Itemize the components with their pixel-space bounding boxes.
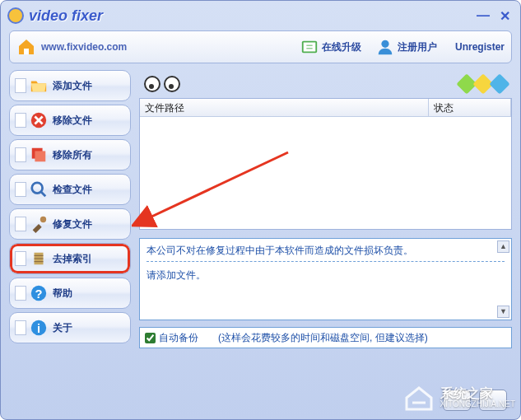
sidebar-item-remove-file[interactable]: 移除文件 (9, 105, 131, 136)
app-title: video fixer (29, 7, 103, 25)
scroll-up-button[interactable]: ▲ (497, 240, 509, 253)
upgrade-label: 在线升级 (322, 40, 361, 54)
svg-rect-0 (24, 49, 29, 54)
doc-icon (15, 251, 26, 266)
watermark-title: 系统之家 (440, 387, 516, 400)
scroll-down-button[interactable]: ▼ (497, 306, 509, 318)
hex-decor (459, 77, 507, 91)
decor-row (139, 70, 512, 98)
doc-icon (15, 320, 26, 335)
doc-icon (15, 147, 26, 162)
titlebar: video fixer — ✕ (1, 1, 520, 30)
auto-backup-label: 自动备份 (159, 331, 198, 345)
sidebar-item-repair-file[interactable]: 修复文件 (9, 208, 131, 240)
app-icon (7, 7, 24, 24)
upgrade-button[interactable]: 在线升级 (300, 38, 361, 56)
log-panel: 本公司不对在修复过程中由于本软件而造成的文件损坏负责。 请添加文件。 ▲ ▼ (139, 238, 512, 320)
sidebar-item-remove-all[interactable]: 移除所有 (9, 139, 131, 170)
doc-icon (15, 286, 26, 301)
svg-rect-2 (304, 43, 316, 52)
register-label: 注册用户 (398, 40, 437, 54)
svg-point-8 (40, 217, 46, 222)
magnify-icon (30, 180, 48, 198)
main-panel: 文件路径 状态 本公司不对在修复过程中由于本软件而造成的文件损坏负责。 请添加文… (139, 70, 512, 399)
info-icon: i (30, 319, 48, 337)
sidebar: 添加文件 移除文件 移除所有 检查 (9, 70, 131, 399)
doc-icon (15, 78, 26, 93)
eyes-icon (144, 76, 180, 92)
clip-icon (30, 250, 48, 268)
sidebar-item-remove-index[interactable]: 去掉索引 (9, 243, 131, 274)
remove-x-icon (30, 111, 48, 129)
backup-row: 自动备份 (这样会花费较多的时间和磁盘空间, 但建议选择) (139, 327, 512, 348)
sidebar-item-label: 修复文件 (53, 217, 92, 231)
sidebar-item-label: 帮助 (53, 287, 72, 301)
sidebar-item-label: 移除所有 (53, 148, 92, 162)
sidebar-item-label: 添加文件 (53, 79, 92, 93)
sidebar-item-add-file[interactable]: 添加文件 (9, 70, 131, 101)
log-prompt: 请添加文件。 (147, 268, 505, 282)
register-button[interactable]: 注册用户 (376, 38, 437, 56)
remove-all-icon (30, 146, 48, 164)
doc-icon (15, 217, 26, 231)
watermark-sub: XITONGZHIJIA.NET (440, 400, 516, 408)
watermark: 系统之家 XITONGZHIJIA.NET (402, 381, 516, 414)
user-icon (376, 38, 394, 56)
table-header: 文件路径 状态 (140, 99, 511, 117)
site-url: www.fixvideo.com (41, 41, 127, 53)
unregister-button[interactable]: Unregister (455, 41, 505, 53)
sidebar-item-label: 检查文件 (53, 183, 92, 197)
help-icon: ? (30, 284, 48, 302)
col-path[interactable]: 文件路径 (140, 99, 429, 116)
sidebar-item-label: 移除文件 (53, 114, 92, 128)
upgrade-icon (300, 38, 319, 56)
log-disclaimer: 本公司不对在修复过程中由于本软件而造成的文件损坏负责。 (147, 244, 505, 262)
minimize-button[interactable]: — (474, 7, 492, 25)
svg-point-7 (32, 183, 43, 194)
close-button[interactable]: ✕ (495, 7, 514, 25)
col-status[interactable]: 状态 (429, 99, 511, 116)
tools-icon (30, 215, 48, 233)
doc-icon (15, 182, 26, 197)
watermark-icon (402, 381, 435, 414)
auto-backup-hint: (这样会花费较多的时间和磁盘空间, 但建议选择) (218, 331, 428, 345)
auto-backup-checkbox[interactable] (145, 333, 156, 343)
svg-point-3 (381, 40, 388, 48)
sidebar-item-help[interactable]: ? 帮助 (9, 278, 131, 309)
table-body[interactable] (140, 117, 511, 229)
sidebar-item-about[interactable]: i 关于 (9, 312, 131, 343)
sidebar-item-label: 去掉索引 (53, 252, 92, 266)
svg-text:i: i (37, 322, 40, 335)
app-window: video fixer — ✕ www.fixvideo.com 在线升级 注册… (0, 0, 521, 420)
sidebar-item-check-file[interactable]: 检查文件 (9, 174, 131, 205)
doc-icon (15, 113, 26, 128)
svg-rect-6 (35, 151, 45, 161)
file-table: 文件路径 状态 (139, 98, 512, 230)
toolbar: www.fixvideo.com 在线升级 注册用户 Unregister (9, 30, 512, 63)
sidebar-item-label: 关于 (53, 321, 72, 335)
svg-text:?: ? (35, 287, 43, 301)
folder-add-icon (30, 77, 48, 95)
home-icon (16, 37, 36, 57)
